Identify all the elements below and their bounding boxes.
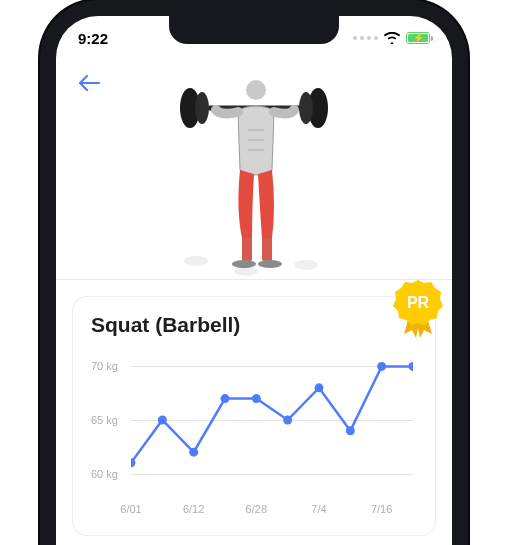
y-tick-label: 65 kg xyxy=(91,414,118,426)
data-point xyxy=(221,394,230,403)
battery-charging-icon: ⚡ xyxy=(406,32,430,44)
svg-point-5 xyxy=(299,92,313,124)
svg-point-3 xyxy=(195,92,209,124)
x-tick-label: 6/28 xyxy=(246,503,267,515)
data-point xyxy=(346,426,355,435)
svg-point-11 xyxy=(258,260,282,268)
svg-point-6 xyxy=(246,80,266,100)
data-point xyxy=(252,394,261,403)
series-line xyxy=(131,366,413,462)
device-notch xyxy=(169,16,339,44)
status-icons: ⚡ xyxy=(353,32,430,44)
data-point xyxy=(409,362,414,371)
arrow-left-icon xyxy=(77,73,101,93)
data-point xyxy=(158,416,167,425)
pr-badge-label: PR xyxy=(407,294,430,311)
squat-figure-icon xyxy=(144,60,364,280)
x-tick-label: 7/16 xyxy=(371,503,392,515)
phone-frame: 9:22 ⚡ xyxy=(40,0,468,545)
clock-text: 9:22 xyxy=(78,30,108,47)
x-tick-label: 7/4 xyxy=(311,503,326,515)
x-tick-label: 6/12 xyxy=(183,503,204,515)
data-point xyxy=(283,416,292,425)
pr-badge: PR xyxy=(390,278,446,334)
data-point xyxy=(377,362,386,371)
exercise-illustration xyxy=(144,60,364,280)
exercise-header xyxy=(56,60,452,280)
card-title: Squat (Barbell) xyxy=(91,313,417,337)
y-tick-label: 70 kg xyxy=(91,360,118,372)
back-button[interactable] xyxy=(72,66,106,100)
data-point xyxy=(315,383,324,392)
weight-chart: 60 kg65 kg70 kg 6/016/126/287/47/16 xyxy=(91,345,417,515)
x-tick-label: 6/01 xyxy=(120,503,141,515)
data-point xyxy=(189,448,198,457)
cell-signal-icon xyxy=(353,36,378,40)
medal-icon: PR xyxy=(390,278,446,342)
progress-card: Squat (Barbell) 60 kg65 kg70 kg 6/016/12… xyxy=(72,296,436,536)
y-tick-label: 60 kg xyxy=(91,468,118,480)
wifi-icon xyxy=(384,32,400,44)
